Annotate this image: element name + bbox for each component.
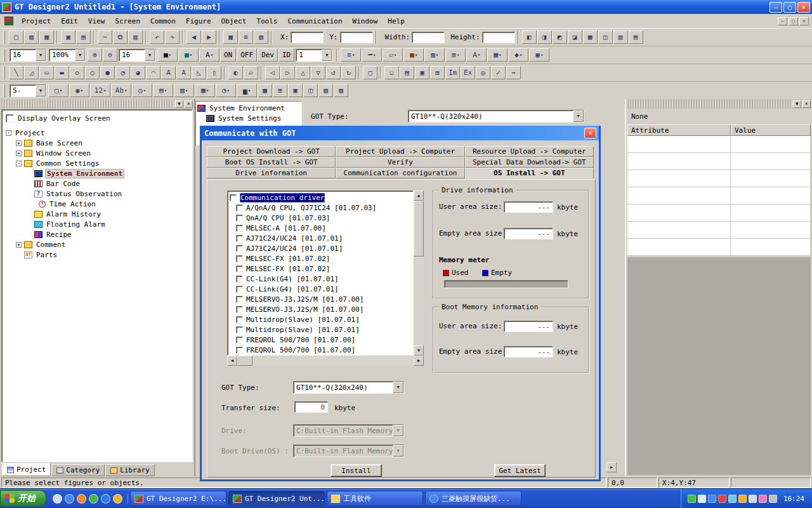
toolbar-grip[interactable]	[3, 31, 5, 44]
sector-tool-icon[interactable]: ◕	[131, 66, 145, 79]
arc-tool-icon[interactable]: ◔	[115, 66, 130, 79]
minimize-button[interactable]: —	[769, 2, 782, 13]
menu-help[interactable]: Help	[383, 15, 410, 27]
alarm-object-icon[interactable]: ▥▾	[174, 84, 194, 97]
driver-item[interactable]: MELSEC-A [01.07.00]	[230, 223, 413, 233]
menu-communication[interactable]: Communication	[282, 15, 347, 27]
safety-icon[interactable]	[688, 495, 696, 503]
tab-drive-information[interactable]: Drive information	[207, 168, 336, 178]
new-screen-icon[interactable]: ▣	[61, 30, 75, 44]
task-button-gt-designer2-1[interactable]: GT Designer2 E:\...	[130, 491, 226, 506]
screen-property-icon[interactable]: ▤	[76, 30, 91, 44]
menu-view[interactable]: View	[83, 15, 110, 27]
search-icon[interactable]: ◎	[476, 66, 490, 79]
driver-item[interactable]: QnA/Q CPU [01.07.03]	[230, 213, 413, 223]
driver-checkbox[interactable]	[236, 225, 243, 232]
device-display-button[interactable]: Dev	[258, 48, 278, 62]
ie-icon[interactable]	[65, 494, 74, 504]
driver-checkbox[interactable]	[236, 347, 243, 354]
align-left-icon[interactable]: ◧	[522, 30, 537, 44]
panelmeter-object-icon[interactable]: ◔▾	[216, 84, 236, 97]
table-row[interactable]	[627, 222, 811, 239]
zoom-combo[interactable]: 100%▼	[49, 49, 86, 62]
zoom-out-icon[interactable]: ⊖	[103, 48, 117, 62]
numerical-display-icon[interactable]: 12▾	[90, 84, 110, 97]
driver-item[interactable]: Multidrop(Slave) [01.07.01]	[230, 314, 413, 324]
task-button-tools-folder[interactable]: 工具软件	[327, 491, 423, 506]
expand-icon[interactable]: +	[16, 242, 22, 248]
chevron-down-icon[interactable]: ▼	[145, 50, 155, 61]
text-color-icon[interactable]: A▾	[199, 48, 219, 62]
scale-tool-icon[interactable]: ◺	[192, 66, 206, 79]
tree-item-project[interactable]: -Project	[3, 128, 191, 138]
maximize-button[interactable]: ▢	[783, 2, 796, 13]
toolbar-grip[interactable]	[3, 84, 5, 97]
shape-color-icon[interactable]: ■▾	[403, 48, 424, 62]
state-number-combo[interactable]: 1▼	[296, 49, 332, 62]
line-tool-icon[interactable]: ╲	[9, 66, 23, 79]
jump-icon[interactable]: →	[506, 66, 521, 79]
table-row[interactable]	[627, 187, 811, 204]
media-player-icon[interactable]	[101, 494, 110, 504]
usb-icon[interactable]	[749, 495, 757, 503]
x-input[interactable]	[291, 32, 324, 43]
previous-screen-icon[interactable]: ◀	[187, 30, 201, 44]
chevron-down-icon[interactable]: ▼	[322, 50, 332, 61]
tree-item-comment[interactable]: +Comment	[3, 239, 191, 250]
get-latest-button[interactable]: Get Latest	[494, 464, 546, 477]
expand-icon[interactable]: +	[16, 150, 22, 156]
fill-color-icon[interactable]: ■▾	[178, 48, 199, 62]
panel-drag-handle[interactable]: ▼ ×	[626, 99, 812, 109]
driver-item[interactable]: MELSERVO-J3,J2S/M [01.07.00]	[230, 294, 413, 304]
tree-item-floating-alarm[interactable]: Floating Alarm	[3, 219, 191, 229]
table-row[interactable]	[627, 170, 811, 187]
scrollbar-thumb[interactable]	[237, 356, 252, 366]
driver-item[interactable]: FREQROL 500/700 [01.07.00]	[230, 335, 413, 345]
filled-circle-tool-icon[interactable]: ●	[100, 66, 115, 79]
comment-display-icon[interactable]: ▤▾	[153, 84, 173, 97]
driver-item[interactable]: MELSEC-FX [01.07.02]	[230, 264, 413, 274]
chevron-down-icon[interactable]: ▼	[573, 110, 584, 122]
window-object-icon[interactable]: ⊞	[273, 84, 287, 97]
driver-item[interactable]: FREQROL 500/700 [01.07.00]	[230, 345, 413, 355]
id-display-button[interactable]: ID	[278, 48, 294, 62]
mdi-document-icon[interactable]	[4, 17, 13, 25]
driver-checkbox[interactable]	[236, 265, 243, 272]
align-top-icon[interactable]: ◩	[553, 30, 567, 44]
frame-tool-icon[interactable]: ▱	[244, 66, 258, 79]
driver-item[interactable]: Multidrop(Slave) [01.07.01]	[230, 324, 413, 335]
barcode-object-icon[interactable]: ▨	[334, 84, 348, 97]
save-icon[interactable]: ▦	[39, 30, 54, 44]
menu-tools[interactable]: Tools	[251, 15, 282, 27]
driver-checkbox[interactable]	[236, 306, 243, 313]
antivirus-icon[interactable]	[718, 495, 726, 503]
tree-item-recipe[interactable]: Recipe	[3, 229, 191, 239]
frame-color-icon[interactable]: ⊞▾	[445, 48, 466, 62]
tree-item-alarm-history[interactable]: Alarm History	[3, 209, 191, 219]
driver-item[interactable]: MELSERVO-J3,J2S/M [01.07.00]	[230, 304, 413, 314]
flip-up-icon[interactable]: △	[296, 66, 310, 79]
document-display-icon[interactable]: ◫	[303, 84, 318, 97]
tree-item-common-settings[interactable]: -Common Settings	[3, 158, 191, 168]
menu-common[interactable]: Common	[145, 15, 181, 27]
tree-item-bar-code[interactable]: Bar Code	[3, 178, 191, 189]
export-project-icon[interactable]: Ex	[461, 66, 475, 79]
dialog-got-type-combo[interactable]: GT10**-Q(320x240) ▼	[293, 381, 404, 394]
filled-rectangle-tool-icon[interactable]: ▬	[55, 66, 69, 79]
vertical-scrollbar[interactable]: ▲ ▼	[414, 190, 424, 356]
zoom-in-icon[interactable]: ⊕	[88, 48, 102, 62]
tab-os-install-got[interactable]: OS Install -> GOT	[465, 168, 594, 178]
taskbar-clock[interactable]: 16:24	[783, 495, 804, 503]
copy-icon[interactable]: ⧉	[113, 30, 128, 44]
music-player-icon[interactable]	[113, 494, 122, 504]
menu-window[interactable]: Window	[348, 15, 383, 27]
update-icon[interactable]	[738, 495, 747, 503]
collapse-icon[interactable]: -	[16, 161, 22, 166]
height-input[interactable]	[482, 32, 515, 43]
tab-special-data-download-got[interactable]: Special Data Download-> GOT	[465, 157, 594, 168]
align-grid-icon[interactable]: ▦	[583, 30, 598, 44]
driver-checkbox[interactable]	[236, 255, 243, 262]
tab-boot-os-install-got[interactable]: Boot OS Install -> GOT	[207, 157, 336, 168]
menu-project[interactable]: Project	[16, 15, 56, 27]
mdi-minimize-button[interactable]: —	[778, 17, 787, 25]
